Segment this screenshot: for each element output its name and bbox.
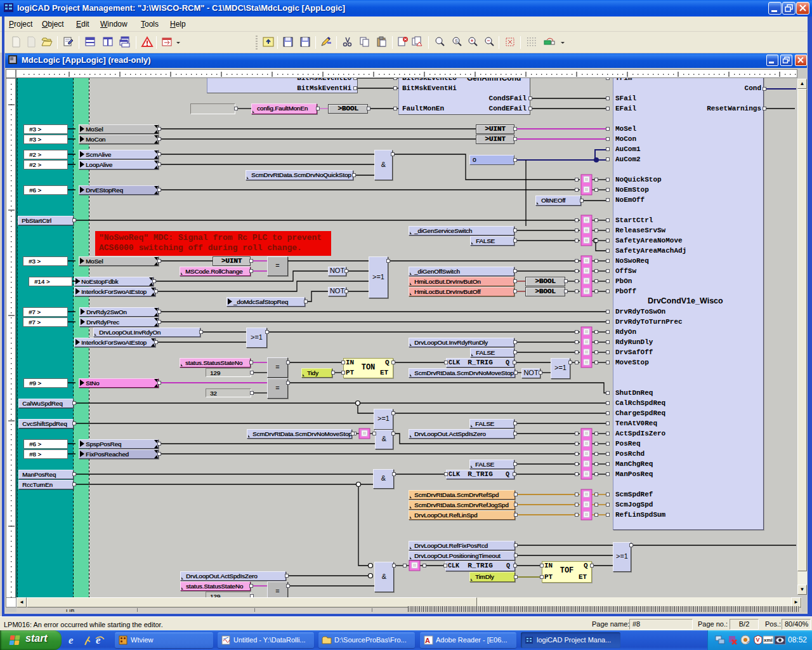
- svg-text:e: e: [69, 634, 74, 646]
- svg-text:xml: xml: [764, 637, 773, 643]
- svg-text:S: S: [455, 39, 458, 43]
- svg-text:e: e: [96, 634, 101, 646]
- svg-text:A: A: [425, 637, 430, 644]
- svg-text:V: V: [756, 637, 760, 643]
